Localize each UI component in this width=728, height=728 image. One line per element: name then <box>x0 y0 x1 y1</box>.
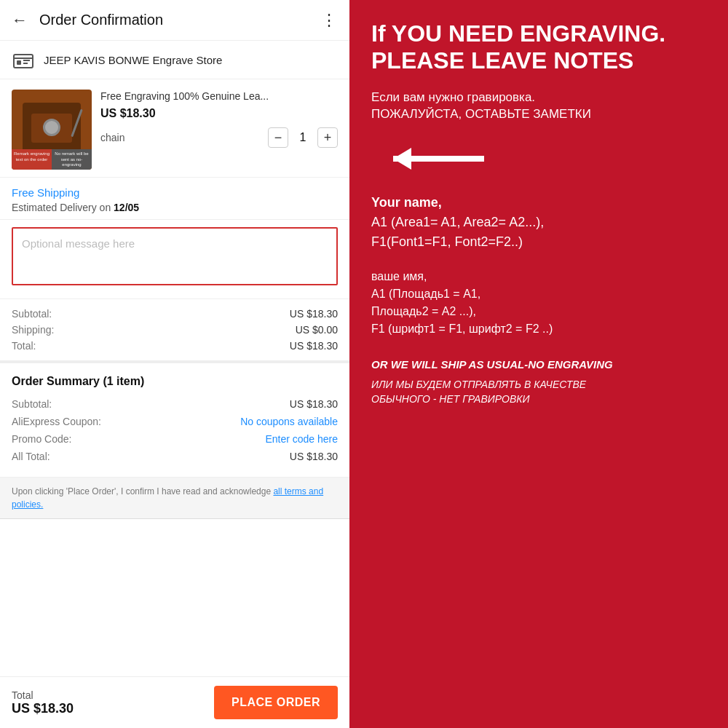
subtotal-value: US $18.30 <box>290 308 338 320</box>
subtotal-row: Subtotal: US $18.30 <box>12 308 338 320</box>
summary-coupon-value[interactable]: No coupons available <box>240 416 338 427</box>
left-panel: ← Order Confirmation ⋮ JEEP KAVIS BONWE … <box>0 0 349 728</box>
engraving-instructions-ru: ваше имя, А1 (Площадь1 = А1, Площадь2 = … <box>371 268 706 338</box>
total-value: US $18.30 <box>290 340 338 352</box>
engraving-title: If YOU NEED ENGRAVING. PLEASE LEAVE NOTE… <box>371 20 706 74</box>
shipping-label: Shipping: <box>12 324 54 336</box>
terms-section: Upon clicking 'Place Order', I confirm I… <box>0 478 349 519</box>
summary-promo-label: Promo Code: <box>12 433 71 445</box>
product-info: Free Engraving 100% Genuine Lea... US $1… <box>100 90 338 148</box>
no-engraving-en: OR WE WILL SHIP AS USUAL-NO ENGRAVING <box>371 358 706 371</box>
svg-marker-3 <box>393 148 411 170</box>
summary-subtotal-label: Subtotal: <box>12 398 52 410</box>
free-shipping-label: Free Shipping <box>12 186 338 199</box>
store-icon <box>12 50 35 70</box>
variant-label: chain <box>100 132 124 143</box>
svg-rect-1 <box>17 60 21 65</box>
total-label: Total: <box>12 340 36 352</box>
quantity-decrease-button[interactable]: − <box>268 127 288 148</box>
shipping-section: Free Shipping Estimated Delivery on 12/0… <box>0 178 349 220</box>
shipping-value: US $0.00 <box>296 324 338 336</box>
bottom-total: Total US $18.30 <box>12 689 74 716</box>
totals-section: Subtotal: US $18.30 Shipping: US $0.00 T… <box>0 299 349 363</box>
store-name: JEEP KAVIS BONWE Engrave Store <box>44 54 222 66</box>
bottom-total-amount: US $18.30 <box>12 701 74 716</box>
page-title: Order Confirmation <box>39 12 321 28</box>
place-order-button[interactable]: PLACE ORDER <box>214 686 338 719</box>
estimated-label: Estimated Delivery on <box>12 202 111 213</box>
engraving-subtitle-ru: Если вам нужно гравировка. ПОЖАЛУЙСТА, О… <box>371 89 706 124</box>
engraving-instructions-en: Your name, A1 (Area1= A1, Area2= A2...),… <box>371 193 706 252</box>
summary-coupon-label: AliExpress Coupon: <box>12 416 101 427</box>
quantity-increase-button[interactable]: + <box>317 127 338 148</box>
summary-all-total-label: All Total: <box>12 451 50 462</box>
total-row: Total: US $18.30 <box>12 340 338 352</box>
arrow-section <box>371 141 706 177</box>
product-variant: chain − 1 + <box>100 127 338 148</box>
summary-all-total-value: US $18.30 <box>290 451 338 462</box>
estimated-delivery: Estimated Delivery on 12/05 <box>12 202 338 213</box>
arrow-icon <box>371 141 488 177</box>
quantity-control[interactable]: − 1 + <box>268 127 338 148</box>
order-summary-title: Order Summary (1 item) <box>12 375 338 388</box>
product-image: Jeep Remark engraving text on the order … <box>12 90 92 170</box>
summary-subtotal-row: Subtotal: US $18.30 <box>12 398 338 410</box>
shipping-row: Shipping: US $0.00 <box>12 324 338 336</box>
menu-button[interactable]: ⋮ <box>321 11 338 30</box>
summary-promo-row: Promo Code: Enter code here <box>12 433 338 445</box>
summary-coupon-row: AliExpress Coupon: No coupons available <box>12 416 338 427</box>
header: ← Order Confirmation ⋮ <box>0 0 349 41</box>
badge-right: No remark will be sent as no-engraving <box>52 149 92 170</box>
bottom-bar: Total US $18.30 PLACE ORDER <box>0 676 349 728</box>
order-summary-section: Order Summary (1 item) Subtotal: US $18.… <box>0 363 349 478</box>
product-name: Free Engraving 100% Genuine Lea... <box>100 90 338 103</box>
summary-all-total-row: All Total: US $18.30 <box>12 451 338 462</box>
back-button[interactable]: ← <box>12 11 28 30</box>
product-price: US $18.30 <box>100 107 338 120</box>
subtotal-label: Subtotal: <box>12 308 52 320</box>
store-row: JEEP KAVIS BONWE Engrave Store <box>0 41 349 79</box>
quantity-value: 1 <box>296 131 310 144</box>
bottom-total-label: Total <box>12 689 74 701</box>
right-panel: If YOU NEED ENGRAVING. PLEASE LEAVE NOTE… <box>349 0 728 728</box>
summary-subtotal-value: US $18.30 <box>290 398 338 410</box>
message-input[interactable] <box>12 227 338 285</box>
estimated-date: 12/05 <box>114 202 139 213</box>
terms-text: Upon clicking 'Place Order', I confirm I… <box>12 486 273 496</box>
message-section <box>0 220 349 299</box>
product-row: Jeep Remark engraving text on the order … <box>0 79 349 178</box>
product-badges: Remark engraving text on the order No re… <box>12 149 92 170</box>
no-engraving-ru: ИЛИ МЫ БУДЕМ ОТПРАВЛЯТЬ В КАЧЕСТВЕ ОБЫЧН… <box>371 378 706 406</box>
badge-left: Remark engraving text on the order <box>12 149 52 170</box>
summary-promo-value[interactable]: Enter code here <box>265 433 338 445</box>
